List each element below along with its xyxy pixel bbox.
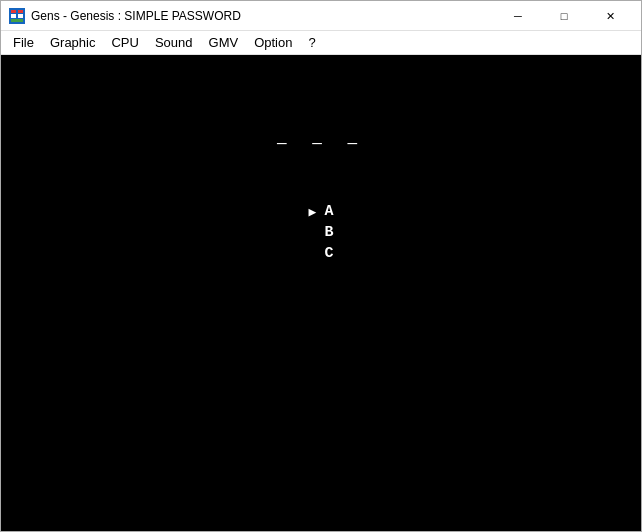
maximize-icon [561, 9, 568, 23]
minimize-icon [514, 9, 522, 23]
minimize-button[interactable] [495, 1, 541, 31]
game-area: — — — ▶ A ▶ B ▶ C [1, 55, 641, 531]
svg-rect-5 [11, 19, 23, 22]
option-b-label: B [324, 224, 333, 241]
menu-help[interactable]: ? [300, 33, 323, 52]
maximize-button[interactable] [541, 1, 587, 31]
list-item: ▶ B [309, 224, 334, 241]
option-c-label: C [324, 245, 333, 262]
close-button[interactable] [587, 1, 633, 31]
selection-cursor: ▶ [309, 204, 317, 220]
svg-rect-2 [18, 14, 23, 18]
option-a-label: A [324, 203, 333, 220]
password-display: — — — [277, 135, 365, 153]
list-item: ▶ C [309, 245, 334, 262]
menu-options: ▶ A ▶ B ▶ C [309, 203, 334, 262]
menu-option[interactable]: Option [246, 33, 300, 52]
menu-gmv[interactable]: GMV [201, 33, 247, 52]
game-content: — — — ▶ A ▶ B ▶ C [1, 55, 641, 531]
svg-rect-3 [11, 10, 16, 13]
menu-cpu[interactable]: CPU [103, 33, 146, 52]
list-item: ▶ A [309, 203, 334, 220]
menu-sound[interactable]: Sound [147, 33, 201, 52]
menu-bar: File Graphic CPU Sound GMV Option ? [1, 31, 641, 55]
menu-graphic[interactable]: Graphic [42, 33, 104, 52]
close-icon [606, 9, 615, 23]
menu-file[interactable]: File [5, 33, 42, 52]
svg-rect-1 [11, 14, 16, 18]
main-window: Gens - Genesis : SIMPLE PASSWORD File Gr… [0, 0, 642, 532]
window-title: Gens - Genesis : SIMPLE PASSWORD [31, 9, 495, 23]
app-icon [9, 8, 25, 24]
title-bar: Gens - Genesis : SIMPLE PASSWORD [1, 1, 641, 31]
svg-rect-4 [18, 10, 23, 13]
window-controls [495, 1, 633, 31]
